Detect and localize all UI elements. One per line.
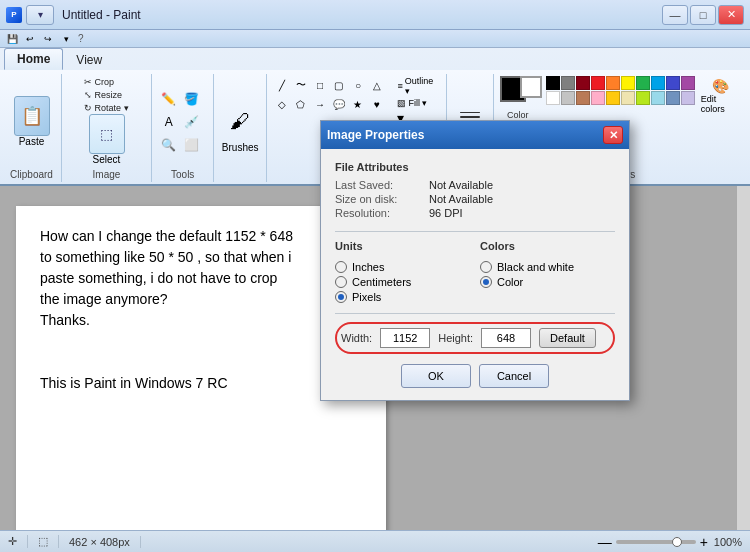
radio-inches-label: Inches xyxy=(352,261,384,273)
size-on-disk-label: Size on disk: xyxy=(335,193,425,205)
radio-color-label: Color xyxy=(497,276,523,288)
status-bar: ✛ ⬚ 462 × 408px — + 100% xyxy=(0,530,750,552)
zoom-value: 100% xyxy=(714,536,742,548)
status-cursor: ✛ xyxy=(8,535,28,548)
dialog-title: Image Properties xyxy=(327,128,424,142)
units-colors-section: Units Inches Centimeters Pixels xyxy=(335,240,615,303)
last-saved-value: Not Available xyxy=(429,179,615,191)
radio-inches-circle xyxy=(335,261,347,273)
dimensions-value: 462 × 408px xyxy=(69,536,130,548)
zoom-controls: — + 100% xyxy=(598,534,742,550)
radio-pixels-circle xyxy=(335,291,347,303)
radio-pixels-label: Pixels xyxy=(352,291,381,303)
file-attributes-title: File Attributes xyxy=(335,161,615,173)
dialog-close-button[interactable]: ✕ xyxy=(603,126,623,144)
radio-color-circle xyxy=(480,276,492,288)
colors-section-label: Colors xyxy=(480,240,615,252)
radio-inches[interactable]: Inches xyxy=(335,261,470,273)
dialog-body: File Attributes Last Saved: Not Availabl… xyxy=(321,149,629,400)
default-button[interactable]: Default xyxy=(539,328,596,348)
zoom-minus-btn[interactable]: — xyxy=(598,534,612,550)
cursor-icon: ✛ xyxy=(8,535,17,548)
radio-blackwhite-circle xyxy=(480,261,492,273)
radio-centimeters-label: Centimeters xyxy=(352,276,411,288)
units-label: Units xyxy=(335,240,470,252)
file-attributes: Last Saved: Not Available Size on disk: … xyxy=(335,179,615,219)
status-canvas-icon: ⬚ xyxy=(38,535,59,548)
last-saved-label: Last Saved: xyxy=(335,179,425,191)
units-group: Units Inches Centimeters Pixels xyxy=(335,240,470,303)
radio-centimeters-circle xyxy=(335,276,347,288)
width-label: Width: xyxy=(341,332,372,344)
modal-overlay: Image Properties ✕ File Attributes Last … xyxy=(0,0,750,530)
radio-centimeters[interactable]: Centimeters xyxy=(335,276,470,288)
zoom-slider[interactable] xyxy=(616,540,696,544)
divider-2 xyxy=(335,313,615,314)
canvas-status-icon: ⬚ xyxy=(38,535,48,548)
resolution-label: Resolution: xyxy=(335,207,425,219)
radio-blackwhite-label: Black and white xyxy=(497,261,574,273)
dialog-title-bar: Image Properties ✕ xyxy=(321,121,629,149)
dialog-buttons: OK Cancel xyxy=(335,364,615,388)
cancel-button[interactable]: Cancel xyxy=(479,364,549,388)
image-properties-dialog: Image Properties ✕ File Attributes Last … xyxy=(320,120,630,401)
ok-button[interactable]: OK xyxy=(401,364,471,388)
colors-group: Colors Black and white Color xyxy=(480,240,615,303)
size-on-disk-value: Not Available xyxy=(429,193,615,205)
height-label: Height: xyxy=(438,332,473,344)
resolution-value: 96 DPI xyxy=(429,207,615,219)
divider-1 xyxy=(335,231,615,232)
width-input[interactable] xyxy=(380,328,430,348)
zoom-thumb xyxy=(672,537,682,547)
radio-color[interactable]: Color xyxy=(480,276,615,288)
width-height-row: Width: Height: Default xyxy=(335,322,615,354)
zoom-plus-btn[interactable]: + xyxy=(700,534,708,550)
radio-blackwhite[interactable]: Black and white xyxy=(480,261,615,273)
height-input[interactable] xyxy=(481,328,531,348)
radio-pixels[interactable]: Pixels xyxy=(335,291,470,303)
status-dimensions: 462 × 408px xyxy=(69,536,141,548)
